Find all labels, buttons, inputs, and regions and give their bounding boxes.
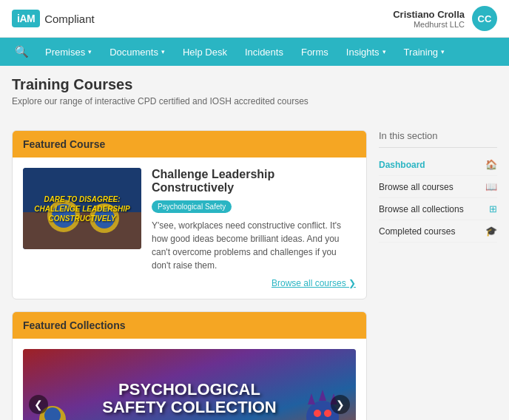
logo-badge: iAM xyxy=(12,10,40,27)
sidebar-label-browse-collections: Browse all collections xyxy=(379,204,464,214)
user-details: Cristiano Crolla Medhurst LLC xyxy=(393,9,465,29)
grid-icon: ⊞ xyxy=(489,203,497,214)
carousel-prev-button[interactable]: ❮ xyxy=(29,395,48,414)
course-details: Challenge Leadership Constructively Psyc… xyxy=(152,168,356,272)
featured-collections-header: Featured Collections xyxy=(13,312,366,339)
search-icon[interactable]: 🔍 xyxy=(7,41,36,63)
carousel-next-button[interactable]: ❯ xyxy=(331,395,350,414)
page-title: Training Courses xyxy=(12,76,497,93)
nav-item-documents[interactable]: Documents ▾ xyxy=(101,38,174,66)
page-subtitle: Explore our range of interactive CPD cer… xyxy=(12,96,497,106)
browse-courses-link[interactable]: Browse all courses ❯ xyxy=(23,272,356,288)
course-image: Dare to Disagree:Challenge LeadershipCon… xyxy=(23,168,141,249)
home-icon: 🏠 xyxy=(485,159,497,170)
collection-title-overlay: Psychological Safety Collection Now in t… xyxy=(102,381,277,420)
user-info: Cristiano Crolla Medhurst LLC CC xyxy=(393,6,497,31)
sidebar-label-completed-courses: Completed courses xyxy=(379,226,455,237)
logo: iAM Compliant xyxy=(12,10,95,27)
user-name: Cristiano Crolla xyxy=(393,9,465,20)
course-image-text: Dare to Disagree:Challenge LeadershipCon… xyxy=(31,192,132,226)
nav-item-incidents[interactable]: Incidents xyxy=(236,38,292,66)
nav-item-premises[interactable]: Premises ▾ xyxy=(36,38,101,66)
user-company: Medhurst LLC xyxy=(393,20,465,29)
sidebar-item-completed-courses[interactable]: Completed courses 🎓 xyxy=(379,220,497,243)
logo-text: Compliant xyxy=(44,13,95,25)
nav: 🔍 Premises ▾ Documents ▾ Help Desk Incid… xyxy=(0,38,509,66)
chevron-down-icon: ▾ xyxy=(441,48,445,55)
svg-point-16 xyxy=(324,410,331,417)
nav-item-training[interactable]: Training ▾ xyxy=(395,38,454,66)
chevron-down-icon: ▾ xyxy=(382,48,386,55)
featured-collections-card: Featured Collections xyxy=(12,311,367,420)
nav-item-forms[interactable]: Forms xyxy=(292,38,337,66)
sidebar: In this section Dashboard 🏠 Browse all c… xyxy=(379,130,497,420)
course-title: Challenge Leadership Constructively xyxy=(152,168,356,194)
nav-item-helpdesk[interactable]: Help Desk xyxy=(174,38,236,66)
nav-item-insights[interactable]: Insights ▾ xyxy=(337,38,395,66)
header: iAM Compliant Cristiano Crolla Medhurst … xyxy=(0,0,509,38)
featured-collections-body: Psychological Safety Collection Now in t… xyxy=(13,339,366,420)
sidebar-item-browse-collections[interactable]: Browse all collections ⊞ xyxy=(379,198,497,220)
collection-main-title-line2: Safety Collection xyxy=(102,399,277,416)
sidebar-item-browse-courses[interactable]: Browse all courses 📖 xyxy=(379,176,497,198)
collections-image: Psychological Safety Collection Now in t… xyxy=(23,349,356,420)
course-content: Dare to Disagree:Challenge LeadershipCon… xyxy=(23,168,356,272)
page-header: Training Courses Explore our range of in… xyxy=(0,66,509,106)
svg-point-15 xyxy=(314,410,321,417)
content-area: Featured Course xyxy=(12,130,367,420)
chevron-down-icon: ▾ xyxy=(161,48,165,55)
avatar[interactable]: CC xyxy=(472,6,497,31)
sidebar-label-browse-courses: Browse all courses xyxy=(379,182,454,192)
course-description: Y'see, workplaces need constructive conf… xyxy=(152,219,356,272)
graduation-icon: 🎓 xyxy=(485,226,497,237)
main-content: Featured Course xyxy=(0,118,509,420)
chevron-down-icon: ▾ xyxy=(88,48,92,55)
sidebar-label-dashboard: Dashboard xyxy=(379,160,425,170)
collection-main-title-line1: Psychological xyxy=(102,381,277,399)
course-tag: Psychological Safety xyxy=(152,200,232,213)
sidebar-item-dashboard[interactable]: Dashboard 🏠 xyxy=(379,154,497,176)
book-icon: 📖 xyxy=(485,181,497,192)
featured-course-card: Featured Course xyxy=(12,130,367,299)
sidebar-section-title: In this section xyxy=(379,130,497,148)
featured-course-body: Dare to Disagree:Challenge LeadershipCon… xyxy=(13,158,366,299)
featured-course-header: Featured Course xyxy=(13,131,366,158)
